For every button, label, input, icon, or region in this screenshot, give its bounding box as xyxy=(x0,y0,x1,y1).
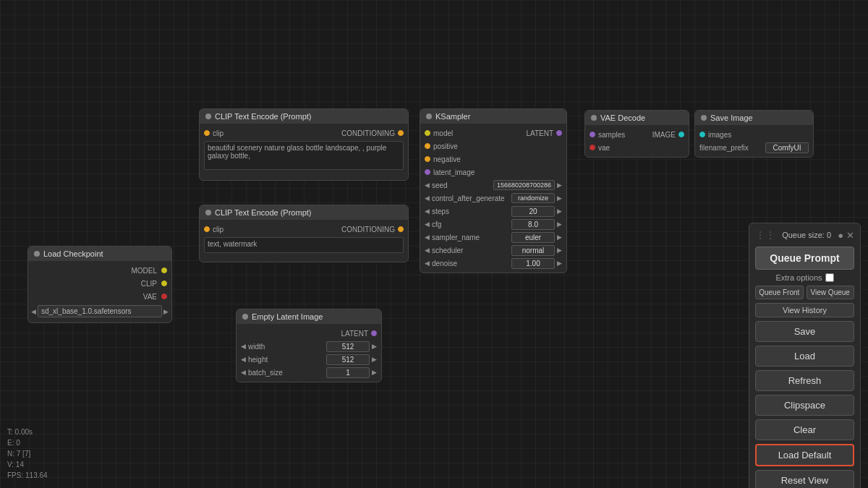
sampler-right-arrow[interactable]: ▶ xyxy=(557,234,562,241)
load-checkpoint-title: Load Checkpoint xyxy=(28,247,171,261)
clip-encode-1-text[interactable]: beautiful scenery nature glass bottle la… xyxy=(204,141,404,170)
seed-right-arrow[interactable]: ▶ xyxy=(557,181,562,189)
title-dot xyxy=(591,115,597,121)
image-output-port xyxy=(678,132,684,137)
clip2-input-row: clip CONDITIONING xyxy=(200,223,408,236)
clip-encode-2-node: CLIP Text Encode (Prompt) clip CONDITION… xyxy=(199,205,409,262)
steps-left-arrow[interactable]: ◀ xyxy=(425,207,430,215)
denoise-right-arrow[interactable]: ▶ xyxy=(557,260,562,267)
scheduler-field-row: ◀ scheduler normal ▶ xyxy=(420,244,566,257)
clip-input-row: clip CONDITIONING xyxy=(200,127,408,140)
latent-in-port xyxy=(425,169,430,175)
sidebar-header: ⋮⋮ Queue size: 0 ● ✕ xyxy=(755,229,854,241)
width-left-arrow[interactable]: ◀ xyxy=(241,343,246,350)
batch-right-arrow[interactable]: ▶ xyxy=(372,369,377,376)
minimize-icon[interactable]: ● xyxy=(838,230,843,241)
load-checkpoint-body: MODEL CLIP VAE ◀ sd_xl_base_1.0.safetens… xyxy=(28,261,171,322)
vae-output-row: VAE xyxy=(28,290,171,303)
cfg-left-arrow[interactable]: ◀ xyxy=(425,221,430,228)
sampler-left-arrow[interactable]: ◀ xyxy=(425,234,430,241)
ksampler-node: KSampler model LATENT positive negative … xyxy=(420,108,567,273)
ckpt-left-arrow[interactable]: ◀ xyxy=(31,308,36,315)
negative-port xyxy=(425,156,430,162)
ctrl-left-arrow[interactable]: ◀ xyxy=(425,194,430,202)
conditioning-output-port xyxy=(398,130,404,136)
view-history-button[interactable]: View History xyxy=(755,303,854,317)
model-output-row: MODEL xyxy=(28,264,171,277)
model-input-port xyxy=(425,130,430,136)
vae-decode-body: samples IMAGE vae xyxy=(585,125,689,157)
queue-prompt-button[interactable]: Queue Prompt xyxy=(755,247,854,270)
clip-encode-1-title: CLIP Text Encode (Prompt) xyxy=(200,109,408,124)
clip2-input-port xyxy=(204,226,210,232)
positive-port xyxy=(425,143,430,149)
width-right-arrow[interactable]: ▶ xyxy=(372,343,377,350)
sidebar-controls: ● ✕ xyxy=(838,230,854,241)
clip-encode-1-body: clip CONDITIONING beautiful scenery natu… xyxy=(200,124,408,180)
height-left-arrow[interactable]: ◀ xyxy=(241,356,246,363)
latent-output-port xyxy=(371,330,377,336)
ctrl-right-arrow[interactable]: ▶ xyxy=(557,194,562,202)
height-right-arrow[interactable]: ▶ xyxy=(372,356,377,363)
save-image-title: Save Image xyxy=(695,111,813,125)
title-dot xyxy=(34,251,40,257)
extra-options-checkbox[interactable] xyxy=(825,273,834,282)
clip-input-port xyxy=(204,130,210,136)
title-dot xyxy=(426,114,432,119)
control-field-row: ◀ control_after_generate randomize ▶ xyxy=(420,192,566,205)
seed-left-arrow[interactable]: ◀ xyxy=(425,181,430,189)
ksampler-title: KSampler xyxy=(420,109,566,124)
load-default-button[interactable]: Load Default xyxy=(755,444,854,466)
clip-encode-2-body: clip CONDITIONING text, watermark xyxy=(200,220,408,262)
ckpt-right-arrow[interactable]: ▶ xyxy=(163,308,169,315)
steps-field-row: ◀ steps 20 ▶ xyxy=(420,205,566,218)
vae-decode-title: VAE Decode xyxy=(585,111,689,125)
denoise-left-arrow[interactable]: ◀ xyxy=(425,260,430,267)
clip-encode-1-node: CLIP Text Encode (Prompt) clip CONDITION… xyxy=(199,108,409,181)
view-queue-button[interactable]: View Queue xyxy=(807,286,855,299)
width-field-row: ◀ width 512 ▶ xyxy=(237,340,381,353)
latent-input-row: latent_image xyxy=(420,166,566,179)
drag-handle[interactable]: ⋮⋮ xyxy=(755,229,775,241)
close-icon[interactable]: ✕ xyxy=(846,230,854,241)
vae-output-port xyxy=(161,294,167,299)
load-button[interactable]: Load xyxy=(755,346,854,367)
conditioning2-output-port xyxy=(398,226,404,232)
batch-left-arrow[interactable]: ◀ xyxy=(241,369,246,376)
empty-latent-body: LATENT ◀ width 512 ▶ ◀ height 512 ▶ ◀ ba… xyxy=(237,324,381,382)
samples-input-row: samples IMAGE xyxy=(585,128,689,141)
save-image-body: images filename_prefix ComfyUI xyxy=(695,125,813,157)
latent-out-port xyxy=(556,130,562,136)
save-button[interactable]: Save xyxy=(755,321,854,342)
save-image-node: Save Image images filename_prefix ComfyU… xyxy=(694,110,814,158)
sidebar-panel: ⋮⋮ Queue size: 0 ● ✕ Queue Prompt Extra … xyxy=(749,223,861,488)
queue-view-row: Queue Front View Queue xyxy=(755,286,854,299)
filename-field-row: filename_prefix ComfyUI xyxy=(695,141,813,154)
clipspace-button[interactable]: Clipspace xyxy=(755,395,854,416)
vae-input-row: vae xyxy=(585,141,689,154)
empty-latent-node: Empty Latent Image LATENT ◀ width 512 ▶ … xyxy=(236,309,382,382)
images-in-port xyxy=(699,132,705,137)
positive-input-row: positive xyxy=(420,140,566,153)
reset-view-button[interactable]: Reset View xyxy=(755,470,854,488)
sampler-field-row: ◀ sampler_name euler ▶ xyxy=(420,231,566,244)
status-bar: T: 0.00s E: 0 N: 7 [7] V: 14 FPS: 113.64 xyxy=(7,427,48,481)
ksampler-body: model LATENT positive negative latent_im… xyxy=(420,124,566,273)
refresh-button[interactable]: Refresh xyxy=(755,370,854,391)
cfg-right-arrow[interactable]: ▶ xyxy=(557,221,562,228)
extra-options-row: Extra options xyxy=(755,273,854,282)
sched-right-arrow[interactable]: ▶ xyxy=(557,247,562,254)
cfg-field-row: ◀ cfg 8.0 ▶ xyxy=(420,218,566,231)
title-dot xyxy=(242,314,248,320)
negative-input-row: negative xyxy=(420,153,566,166)
vae-decode-node: VAE Decode samples IMAGE vae xyxy=(584,110,689,158)
clip-encode-2-title: CLIP Text Encode (Prompt) xyxy=(200,205,408,220)
queue-front-button[interactable]: Queue Front xyxy=(755,286,804,299)
steps-right-arrow[interactable]: ▶ xyxy=(557,207,562,215)
samples-in-port xyxy=(590,132,595,137)
clip-encode-2-text[interactable]: text, watermark xyxy=(204,237,404,253)
load-checkpoint-node: Load Checkpoint MODEL CLIP VAE ◀ sd_xl_b… xyxy=(27,246,172,323)
clear-button[interactable]: Clear xyxy=(755,419,854,440)
title-dot xyxy=(205,114,211,119)
sched-left-arrow[interactable]: ◀ xyxy=(425,247,430,254)
